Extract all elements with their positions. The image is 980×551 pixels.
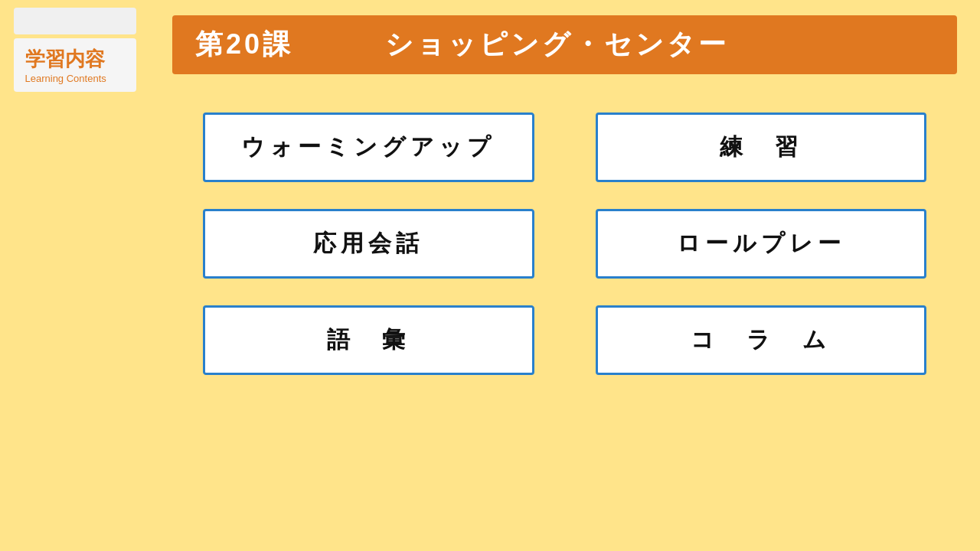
lesson-header: 第20課 ショッピング・センター — [172, 15, 957, 74]
sidebar-top-card — [14, 8, 136, 34]
buttons-grid: ウォーミングアップ 練 習 応用会話 ロールプレー 語 彙 コ ラ ム — [180, 112, 949, 375]
main-content: 第20課 ショッピング・センター ウォーミングアップ 練 習 応用会話 ロールプ… — [149, 0, 980, 551]
role-play-button[interactable]: ロールプレー — [596, 209, 927, 279]
sidebar-learning-subtitle: Learning Contents — [25, 73, 125, 84]
sidebar: 学習内容 Learning Contents — [0, 0, 149, 551]
warming-up-button[interactable]: ウォーミングアップ — [203, 112, 534, 182]
sidebar-learning-title: 学習内容 — [25, 47, 125, 71]
applied-conversation-button[interactable]: 応用会話 — [203, 209, 534, 279]
column-button[interactable]: コ ラ ム — [596, 305, 927, 375]
lesson-title: 第20課 ショッピング・センター — [195, 28, 729, 60]
sidebar-learning-card: 学習内容 Learning Contents — [14, 38, 136, 92]
vocabulary-button[interactable]: 語 彙 — [203, 305, 534, 375]
practice-button[interactable]: 練 習 — [596, 112, 927, 182]
